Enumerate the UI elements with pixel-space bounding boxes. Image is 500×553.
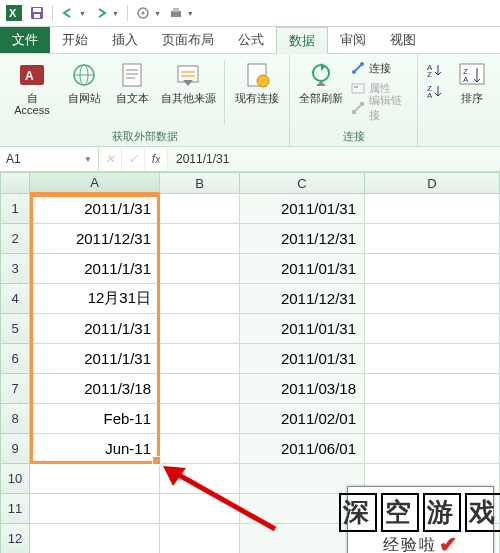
from-web-button[interactable]: 自网站: [62, 58, 106, 106]
svg-rect-26: [352, 110, 356, 114]
cell[interactable]: [30, 464, 160, 494]
cell[interactable]: [160, 494, 240, 524]
tab-review[interactable]: 审阅: [328, 27, 378, 53]
sort-asc-button[interactable]: AZ: [424, 60, 446, 80]
column-header-B[interactable]: B: [160, 172, 240, 194]
cell[interactable]: [160, 464, 240, 494]
cell[interactable]: [160, 254, 240, 284]
column-header-D[interactable]: D: [365, 172, 500, 194]
row-header[interactable]: 9: [0, 434, 30, 464]
redo-icon[interactable]: [94, 6, 108, 20]
from-access-button[interactable]: A 自 Access: [6, 58, 58, 118]
tab-insert[interactable]: 插入: [100, 27, 150, 53]
cell[interactable]: [365, 314, 500, 344]
row-header[interactable]: 1: [0, 194, 30, 224]
cell[interactable]: [365, 404, 500, 434]
cell[interactable]: [365, 284, 500, 314]
fx-icon[interactable]: fx: [145, 147, 168, 171]
cell[interactable]: 2011/1/31: [30, 314, 160, 344]
cell[interactable]: [160, 404, 240, 434]
group-sort: AZ ZA ZA 排序: [418, 54, 500, 146]
cell[interactable]: 2011/3/18: [30, 374, 160, 404]
chevron-down-icon[interactable]: ▼: [84, 155, 92, 164]
customize-qat-icon[interactable]: ▼: [187, 10, 194, 17]
tab-data[interactable]: 数据: [276, 27, 328, 54]
save-icon[interactable]: [30, 6, 44, 20]
cell[interactable]: Feb-11: [30, 404, 160, 434]
cell[interactable]: Jun-11: [30, 434, 160, 464]
cell[interactable]: [365, 224, 500, 254]
cell[interactable]: [365, 374, 500, 404]
cell[interactable]: 2011/02/01: [240, 404, 365, 434]
cell[interactable]: 2011/01/31: [240, 254, 365, 284]
undo-icon[interactable]: [61, 6, 75, 20]
cell[interactable]: [365, 434, 500, 464]
cell[interactable]: 2011/1/31: [30, 194, 160, 224]
from-other-button[interactable]: 自其他来源: [158, 58, 218, 106]
cell[interactable]: 2011/01/31: [240, 344, 365, 374]
cell[interactable]: [160, 524, 240, 553]
row-header[interactable]: 6: [0, 344, 30, 374]
touch-dropdown-icon[interactable]: ▼: [154, 10, 161, 17]
cell[interactable]: [365, 344, 500, 374]
cell[interactable]: [160, 344, 240, 374]
cell[interactable]: 2011/12/31: [240, 224, 365, 254]
from-web-label: 自网站: [68, 92, 101, 104]
select-all-corner[interactable]: [0, 172, 30, 194]
watermark-title: 深空游戏: [339, 493, 501, 532]
cell[interactable]: [160, 194, 240, 224]
sort-button[interactable]: ZA 排序: [450, 58, 494, 106]
tab-formulas[interactable]: 公式: [226, 27, 276, 53]
table-row: 2011/1/312011/01/31: [30, 254, 500, 284]
cell[interactable]: 12月31日: [30, 284, 160, 314]
cell[interactable]: 2011/12/31: [240, 284, 365, 314]
row-header[interactable]: 11: [0, 494, 30, 524]
cell[interactable]: 2011/06/01: [240, 434, 365, 464]
row-header[interactable]: 8: [0, 404, 30, 434]
cell[interactable]: [365, 194, 500, 224]
enter-formula-button[interactable]: ✓: [122, 147, 145, 171]
cell[interactable]: 2011/01/31: [240, 314, 365, 344]
touch-mode-icon[interactable]: [136, 6, 150, 20]
row-header[interactable]: 5: [0, 314, 30, 344]
row-header[interactable]: 10: [0, 464, 30, 494]
column-header-C[interactable]: C: [240, 172, 365, 194]
cell[interactable]: [160, 434, 240, 464]
cell[interactable]: 2011/1/31: [30, 344, 160, 374]
cell[interactable]: [160, 314, 240, 344]
row-header[interactable]: 7: [0, 374, 30, 404]
cell[interactable]: [365, 254, 500, 284]
name-box[interactable]: A1 ▼: [0, 147, 99, 171]
cell[interactable]: 2011/03/18: [240, 374, 365, 404]
from-text-button[interactable]: 自文本: [110, 58, 154, 106]
existing-connections-button[interactable]: 现有连接: [231, 58, 283, 106]
cancel-formula-button[interactable]: ✕: [99, 147, 122, 171]
tab-file[interactable]: 文件: [0, 27, 50, 53]
svg-rect-24: [352, 84, 364, 93]
redo-dropdown-icon[interactable]: ▼: [112, 10, 119, 17]
undo-dropdown-icon[interactable]: ▼: [79, 10, 86, 17]
row-header[interactable]: 2: [0, 224, 30, 254]
formula-bar[interactable]: 2011/1/31: [168, 147, 500, 171]
cell[interactable]: [30, 494, 160, 524]
svg-text:Z: Z: [427, 70, 432, 78]
sort-desc-button[interactable]: ZA: [424, 81, 446, 101]
tab-home[interactable]: 开始: [50, 27, 100, 53]
tab-page-layout[interactable]: 页面布局: [150, 27, 226, 53]
cell[interactable]: [160, 284, 240, 314]
cell[interactable]: 2011/01/31: [240, 194, 365, 224]
cell[interactable]: 2011/1/31: [30, 254, 160, 284]
cell[interactable]: [160, 224, 240, 254]
connections-button[interactable]: 连接: [349, 58, 411, 78]
column-header-A[interactable]: A: [30, 172, 160, 194]
edit-links-button[interactable]: 编辑链接: [349, 98, 411, 118]
row-header[interactable]: 12: [0, 524, 30, 553]
cell[interactable]: [30, 524, 160, 553]
cell[interactable]: [160, 374, 240, 404]
cell[interactable]: 2011/12/31: [30, 224, 160, 254]
refresh-all-button[interactable]: 全部刷新: [296, 58, 345, 106]
row-header[interactable]: 4: [0, 284, 30, 314]
print-preview-icon[interactable]: [169, 6, 183, 20]
tab-view[interactable]: 视图: [378, 27, 428, 53]
row-header[interactable]: 3: [0, 254, 30, 284]
